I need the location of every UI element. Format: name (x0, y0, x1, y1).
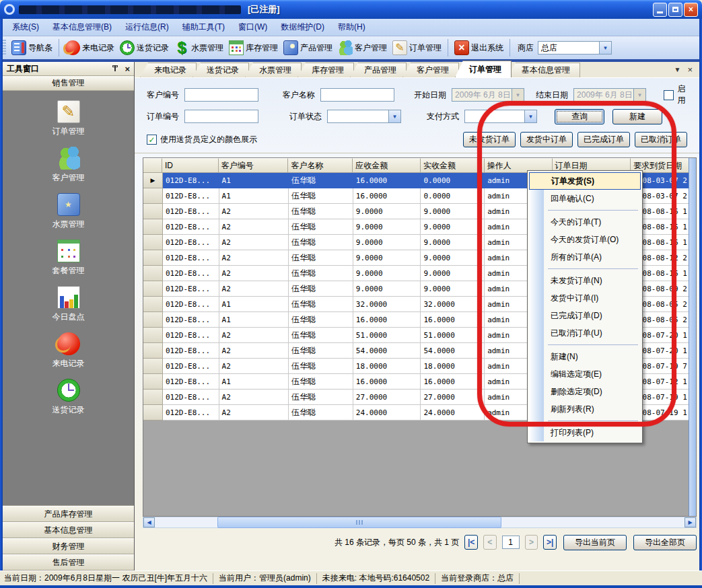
sidebar-group-sales[interactable]: 销售管理 (3, 76, 134, 91)
menu-系统(S)[interactable]: 系统(S) (5, 19, 46, 36)
toolbar-button-水票管理[interactable]: $水票管理 (172, 39, 226, 57)
pin-icon[interactable] (111, 65, 119, 73)
toolbar-button-订单管理[interactable]: ✎订单管理 (390, 39, 444, 57)
row-selector-cell[interactable] (143, 297, 163, 312)
toolbar-button-退出系统[interactable]: ×退出系统 (452, 39, 506, 57)
context-menu-item-打印列表(P)[interactable]: 打印列表(P) (529, 424, 641, 441)
next-page-button[interactable]: > (525, 535, 538, 550)
row-selector-cell[interactable] (143, 374, 163, 390)
grid-header-客户名称[interactable]: 客户名称 (288, 158, 353, 173)
menu-基本信息管理(B)[interactable]: 基本信息管理(B) (46, 19, 118, 36)
last-page-button[interactable]: >| (543, 535, 557, 550)
tab-水票管理[interactable]: 水票管理 (245, 63, 302, 77)
customer-no-input[interactable] (184, 88, 258, 102)
export-all-pages-button[interactable]: 导出全部页 (633, 535, 697, 550)
order-status-dropdown-icon[interactable] (388, 110, 400, 122)
filter-button-已取消订单[interactable]: 已取消订单 (635, 132, 687, 147)
row-selector-cell[interactable] (143, 204, 163, 219)
row-selector-cell[interactable] (143, 250, 163, 266)
tab-送货记录[interactable]: 送货记录 (192, 63, 249, 77)
grid-horizontal-scrollbar[interactable]: ◀ ▶ (143, 517, 697, 528)
toolbar-button-客户管理[interactable]: 客户管理 (335, 39, 390, 57)
grid-header-ID[interactable]: ID (162, 158, 219, 173)
close-button[interactable]: × (684, 3, 698, 17)
export-current-page-button[interactable]: 导出当前页 (563, 535, 627, 550)
row-selector-cell[interactable] (143, 343, 163, 359)
prev-page-button[interactable]: < (483, 535, 497, 550)
sidebar-group-财务管理[interactable]: 财务管理 (3, 538, 134, 554)
filter-button-未发货订单[interactable]: 未发货订单 (463, 132, 516, 147)
sidebar-item-订单管理[interactable]: ✎订单管理 (3, 100, 134, 137)
context-menu-item-今天的订单(T)[interactable]: 今天的订单(T) (529, 213, 641, 231)
row-selector-cell[interactable] (143, 188, 163, 204)
sidebar-group-售后管理[interactable]: 售后管理 (3, 554, 134, 571)
tab-close-icon[interactable]: × (687, 65, 693, 74)
tab-库存管理[interactable]: 库存管理 (297, 63, 354, 77)
scroll-right-icon[interactable]: ▶ (685, 517, 696, 527)
menu-帮助(H)[interactable]: 帮助(H) (331, 19, 372, 36)
end-date-dropdown-icon[interactable] (633, 89, 645, 101)
context-menu-item-刷新列表(R)[interactable]: 刷新列表(R) (529, 400, 641, 418)
row-selector-cell[interactable] (143, 359, 163, 374)
context-menu-item-所有的订单(A)[interactable]: 所有的订单(A) (529, 248, 641, 266)
row-selector-cell[interactable] (143, 405, 163, 420)
row-selector-cell[interactable] (143, 390, 163, 405)
customer-name-input[interactable] (320, 88, 394, 102)
shop-combobox[interactable]: 总店 (538, 41, 612, 54)
start-date-picker[interactable]: 2009年 6月 8日 (452, 88, 524, 102)
page-number-input[interactable] (502, 536, 520, 549)
row-selector-cell[interactable] (143, 219, 163, 235)
context-menu-item-回单确认(C)[interactable]: 回单确认(C) (529, 190, 641, 207)
row-selector-cell[interactable] (143, 312, 163, 328)
context-menu-item-今天的发货订单(O)[interactable]: 今天的发货订单(O) (529, 231, 641, 248)
context-menu-item-发货中订单(I)[interactable]: 发货中订单(I) (529, 289, 641, 307)
tab-来电记录[interactable]: 来电记录 (140, 63, 197, 77)
context-menu-item-编辑选定项(E)[interactable]: 编辑选定项(E) (529, 365, 641, 383)
toolbar-button-产品管理[interactable]: 产品管理 (281, 39, 335, 57)
shop-dropdown-icon[interactable] (599, 42, 611, 54)
menu-窗口(W)[interactable]: 窗口(W) (232, 19, 274, 36)
filter-button-已完成订单[interactable]: 已完成订单 (577, 132, 630, 147)
menu-数据维护(D)[interactable]: 数据维护(D) (274, 19, 331, 36)
pay-method-dropdown-icon[interactable] (524, 110, 536, 122)
first-page-button[interactable]: |< (464, 535, 478, 550)
minimize-button[interactable] (653, 3, 667, 17)
pay-method-select[interactable] (464, 110, 537, 123)
tab-订单管理[interactable]: 订单管理 (455, 61, 512, 77)
menu-辅助工具(T)[interactable]: 辅助工具(T) (176, 19, 232, 36)
context-menu-item-删除选定项(D)[interactable]: 删除选定项(D) (529, 383, 641, 400)
row-selector-cell[interactable] (143, 235, 163, 250)
scroll-left-icon[interactable]: ◀ (143, 517, 155, 527)
toolbar-button-送货记录[interactable]: 送货记录 (117, 39, 172, 57)
sidebar-item-送货记录[interactable]: 送货记录 (3, 379, 134, 416)
sidebar-item-今日盘点[interactable]: 今日盘点 (3, 286, 134, 323)
sidebar-item-水票管理[interactable]: ★水票管理 (3, 193, 134, 230)
sidebar-item-来电记录[interactable]: 来电记录 (3, 332, 134, 369)
end-date-picker[interactable]: 2009年 6月 8日 (573, 88, 646, 102)
context-menu-item-已完成订单(D)[interactable]: 已完成订单(D) (529, 307, 641, 324)
tab-list-chevron-down-icon[interactable]: ▼ (674, 67, 681, 73)
enable-checkbox[interactable] (664, 90, 674, 100)
filter-button-发货中订单[interactable]: 发货中订单 (520, 132, 573, 147)
row-selector-cell[interactable] (143, 281, 163, 297)
grid-header-客户编号[interactable]: 客户编号 (219, 158, 289, 173)
tab-产品管理[interactable]: 产品管理 (350, 63, 407, 77)
toolbar-button-库存管理[interactable]: 库存管理 (226, 39, 281, 57)
grid-header-应收金额[interactable]: 应收金额 (353, 158, 421, 173)
row-selector-cell[interactable] (143, 266, 163, 281)
sidebar-group-产品库存管理[interactable]: 产品库存管理 (3, 506, 134, 522)
tool-window-close-icon[interactable]: × (125, 65, 130, 73)
maximize-button[interactable] (668, 3, 682, 17)
row-selector-cell[interactable] (143, 328, 163, 343)
sidebar-group-基本信息管理[interactable]: 基本信息管理 (3, 522, 134, 538)
tab-基本信息管理[interactable]: 基本信息管理 (507, 63, 580, 77)
order-status-select[interactable] (327, 110, 401, 123)
scrollbar-thumb[interactable] (217, 517, 501, 528)
grid-header-实收金额[interactable]: 实收金额 (421, 158, 485, 173)
context-menu-item-已取消订单(U)[interactable]: 已取消订单(U) (529, 324, 641, 342)
menu-运行信息(R)[interactable]: 运行信息(R) (118, 19, 176, 36)
tab-客户管理[interactable]: 客户管理 (402, 63, 459, 77)
sidebar-item-客户管理[interactable]: 客户管理 (3, 147, 134, 184)
query-button[interactable]: 查询 (555, 109, 604, 124)
color-display-checkbox[interactable]: ✓ (147, 135, 157, 145)
